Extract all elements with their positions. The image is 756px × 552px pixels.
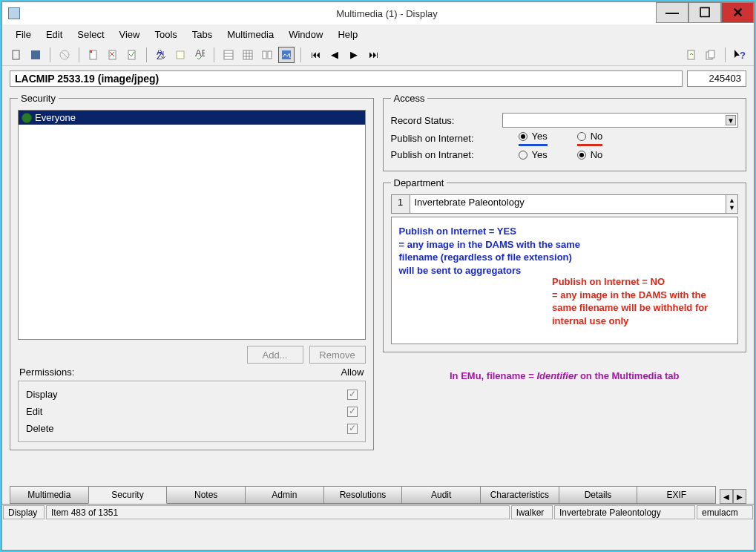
svg-text:?: ? bbox=[740, 50, 746, 61]
svg-rect-27 bbox=[706, 52, 712, 59]
window-controls: — ☐ ✕ bbox=[656, 2, 754, 23]
export-icon[interactable] bbox=[683, 47, 700, 63]
publish-internet-no[interactable]: No bbox=[577, 131, 603, 146]
status-dept: Invertebrate Paleontology bbox=[554, 505, 695, 519]
doc-check-icon[interactable] bbox=[124, 47, 140, 63]
publish-internet-yes[interactable]: Yes bbox=[519, 131, 548, 146]
svg-text:ABC: ABC bbox=[195, 50, 205, 59]
tab-characteristics[interactable]: Characteristics bbox=[480, 486, 559, 504]
svg-rect-15 bbox=[224, 50, 233, 59]
status-host: emulacm bbox=[697, 505, 753, 519]
image-icon[interactable] bbox=[278, 47, 295, 63]
remove-button[interactable]: Remove bbox=[309, 346, 366, 364]
svg-rect-23 bbox=[263, 51, 266, 59]
titlebar: Multimedia (1) - Display — ☐ ✕ bbox=[2, 2, 754, 24]
tab-audit[interactable]: Audit bbox=[401, 486, 481, 504]
doc-icon[interactable] bbox=[85, 47, 102, 63]
tab-scroll-left-icon[interactable]: ◀ bbox=[720, 489, 733, 504]
svg-rect-13 bbox=[177, 51, 184, 59]
svg-line-3 bbox=[62, 52, 68, 58]
tab-notes[interactable]: Notes bbox=[166, 486, 246, 504]
tab-security[interactable]: Security bbox=[88, 486, 168, 504]
menu-help[interactable]: Help bbox=[332, 26, 364, 43]
last-icon[interactable]: ⏭ bbox=[365, 47, 381, 63]
menu-view[interactable]: View bbox=[114, 26, 146, 43]
dim-icon bbox=[56, 47, 73, 63]
annotation-blue: Publish on Internet = YES = any image in… bbox=[399, 225, 585, 277]
menu-edit[interactable]: Edit bbox=[40, 26, 68, 43]
tab-resolutions[interactable]: Resolutions bbox=[323, 486, 403, 504]
app-window: Multimedia (1) - Display — ☐ ✕ File Edit… bbox=[1, 1, 755, 551]
scrollbar-icon[interactable]: ▲▼ bbox=[726, 194, 738, 214]
svg-point-2 bbox=[60, 50, 69, 59]
svg-rect-24 bbox=[268, 51, 272, 59]
svg-text:A: A bbox=[157, 50, 163, 57]
menu-select[interactable]: Select bbox=[71, 26, 110, 43]
publish-intranet-no[interactable]: No bbox=[577, 149, 603, 160]
status-mode: Display bbox=[3, 505, 45, 519]
notepad-icon[interactable] bbox=[172, 47, 188, 63]
permissions-header: Permissions: bbox=[19, 367, 74, 378]
svg-line-8 bbox=[110, 52, 114, 56]
menu-tabs[interactable]: Tabs bbox=[186, 26, 218, 43]
globe-icon bbox=[22, 113, 32, 123]
first-icon[interactable]: ⏮ bbox=[307, 47, 323, 63]
cards-icon[interactable] bbox=[259, 47, 275, 63]
tab-row: Multimedia Security Notes Admin Resoluti… bbox=[2, 486, 754, 504]
svg-marker-29 bbox=[734, 50, 740, 58]
close-button[interactable]: ✕ bbox=[721, 2, 754, 23]
publish-internet-label: Publish on Internet: bbox=[391, 133, 502, 144]
prev-icon[interactable]: ◀ bbox=[326, 47, 343, 63]
publish-intranet-yes[interactable]: Yes bbox=[519, 149, 548, 160]
access-group: Access Record Status: ▼ Publish on Inter… bbox=[383, 93, 747, 171]
annotation-purple: In EMu, filename = Identifier on the Mul… bbox=[383, 370, 747, 381]
tab-exif[interactable]: EXIF bbox=[637, 486, 716, 504]
new-icon[interactable] bbox=[8, 47, 24, 63]
security-list[interactable]: Everyone bbox=[18, 110, 366, 340]
record-count: 245403 bbox=[687, 70, 746, 87]
sort-icon[interactable]: AZ bbox=[153, 47, 169, 63]
whatsthis-icon[interactable]: ? bbox=[732, 47, 748, 63]
allow-header: Allow bbox=[341, 367, 364, 378]
security-legend: Security bbox=[18, 93, 59, 104]
record-header: LACMIP 2533.19 (image/jpeg) 245403 bbox=[2, 66, 754, 90]
minimize-button[interactable]: — bbox=[656, 2, 688, 23]
department-index: 1 bbox=[391, 194, 410, 214]
save-icon[interactable] bbox=[27, 47, 44, 63]
tab-multimedia[interactable]: Multimedia bbox=[10, 486, 89, 504]
access-legend: Access bbox=[391, 93, 428, 104]
tab-admin[interactable]: Admin bbox=[245, 486, 324, 504]
menu-multimedia[interactable]: Multimedia bbox=[221, 26, 280, 43]
statusbar: Display Item 483 of 1351 lwalker Inverte… bbox=[2, 504, 754, 520]
perm-display-checkbox[interactable] bbox=[347, 390, 358, 400]
menubar: File Edit Select View Tools Tabs Multime… bbox=[2, 24, 754, 44]
security-item[interactable]: Everyone bbox=[19, 111, 365, 125]
status-item: Item 483 of 1351 bbox=[46, 505, 510, 519]
svg-rect-18 bbox=[243, 50, 252, 59]
perm-delete-label: Delete bbox=[26, 423, 54, 434]
menu-window[interactable]: Window bbox=[283, 26, 329, 43]
security-group: Security Everyone Add... Remove Permissi… bbox=[10, 93, 374, 450]
tab-scroll-right-icon[interactable]: ▶ bbox=[733, 489, 746, 504]
doc-x-icon[interactable] bbox=[105, 47, 121, 63]
perm-display-label: Display bbox=[26, 389, 58, 400]
record-status-dropdown[interactable]: ▼ bbox=[502, 113, 739, 128]
permissions-list: Display Edit Delete bbox=[18, 381, 366, 442]
grid-icon[interactable] bbox=[240, 47, 256, 63]
spellcheck-icon[interactable]: ABC bbox=[191, 47, 208, 63]
annotation-box: Publish on Internet = YES = any image in… bbox=[391, 217, 739, 344]
perm-delete-checkbox[interactable] bbox=[347, 424, 358, 434]
security-item-label: Everyone bbox=[35, 112, 76, 123]
form-icon[interactable] bbox=[220, 47, 237, 63]
tab-details[interactable]: Details bbox=[559, 486, 638, 504]
app-icon bbox=[8, 7, 20, 19]
department-value[interactable]: Invertebrate Paleontology bbox=[410, 194, 727, 214]
maximize-button[interactable]: ☐ bbox=[688, 2, 721, 23]
record-name: LACMIP 2533.19 (image/jpeg) bbox=[10, 70, 683, 87]
add-button[interactable]: Add... bbox=[247, 346, 303, 364]
menu-tools[interactable]: Tools bbox=[148, 26, 183, 43]
perm-edit-checkbox[interactable] bbox=[347, 407, 358, 417]
next-icon[interactable]: ▶ bbox=[346, 47, 362, 63]
menu-file[interactable]: File bbox=[10, 26, 37, 43]
copy-icon[interactable] bbox=[703, 47, 719, 63]
